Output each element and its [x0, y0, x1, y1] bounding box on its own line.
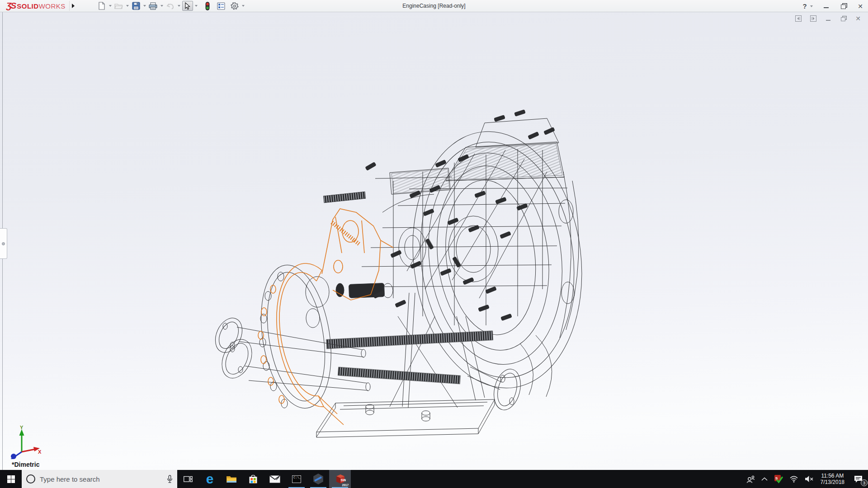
open-button[interactable]	[113, 1, 124, 11]
chevron-up-icon	[761, 477, 768, 481]
network-button[interactable]	[786, 470, 802, 488]
people-button[interactable]	[743, 470, 758, 488]
edge-icon: e	[206, 473, 214, 485]
undo-dropdown[interactable]	[177, 1, 181, 11]
new-document-dropdown[interactable]	[108, 1, 113, 11]
hexagon-app-icon	[313, 474, 324, 484]
undo-button[interactable]	[165, 1, 176, 11]
clock-time: 11:56 AM	[821, 473, 844, 479]
feature-panel-collapse-tab[interactable]	[0, 228, 7, 259]
task-view-icon	[184, 475, 193, 483]
taskbar-mail-button[interactable]	[264, 470, 286, 488]
engine-casing-wireframe	[210, 109, 596, 437]
start-button[interactable]	[0, 470, 22, 488]
quick-access-toolbar	[96, 1, 245, 11]
select-cursor-icon	[184, 2, 190, 10]
options-gear-icon	[231, 2, 239, 10]
view-orientation-label: *Dimetric	[12, 461, 39, 468]
new-document-button[interactable]	[96, 1, 107, 11]
action-center-button[interactable]: 3	[848, 470, 868, 488]
help-button[interactable]: ?	[801, 2, 809, 10]
solidworks-tray-icon: S	[774, 474, 783, 483]
save-icon	[132, 2, 140, 10]
rebuild-button[interactable]	[202, 1, 213, 11]
next-pane-icon	[810, 15, 816, 22]
wireframe-model[interactable]	[0, 12, 868, 470]
document-window-controls: ✕	[795, 15, 862, 22]
show-hidden-icons-button[interactable]	[758, 470, 771, 488]
next-pane-button[interactable]	[810, 15, 817, 22]
rebuild-traffic-light-icon	[205, 2, 210, 10]
save-dropdown[interactable]	[142, 1, 147, 11]
wifi-icon	[789, 475, 798, 483]
system-tray: S 11:56 AM 7/13/2018	[743, 470, 868, 488]
task-view-button[interactable]	[177, 470, 199, 488]
print-button[interactable]	[148, 1, 159, 11]
taskbar-edge-button[interactable]: e	[199, 470, 221, 488]
graphics-viewport[interactable]: ✕ Y X *Dimetric	[0, 12, 868, 470]
orientation-triad: Y X	[6, 425, 42, 459]
taskbar-search[interactable]	[22, 470, 177, 488]
solidworks-logo-mark: ƷS	[6, 1, 15, 11]
taskbar-file-explorer-button[interactable]	[221, 470, 242, 488]
taskbar-cmd-button[interactable]: C:\_	[286, 470, 307, 488]
store-icon	[249, 474, 258, 484]
menu-flyout-arrow[interactable]	[69, 1, 77, 11]
clock-date: 7/13/2018	[821, 479, 844, 485]
prev-pane-icon	[795, 15, 802, 22]
print-icon	[149, 2, 157, 10]
flyout-arrow-icon	[71, 3, 75, 9]
file-properties-button[interactable]	[216, 1, 226, 11]
solidworks-logo: ƷS SOLID WORKS	[0, 0, 69, 12]
speaker-muted-icon	[805, 475, 814, 483]
app-restore-button[interactable]	[839, 2, 847, 10]
help-dropdown[interactable]	[810, 5, 813, 7]
open-dropdown[interactable]	[125, 1, 130, 11]
save-button[interactable]	[131, 1, 142, 11]
svg-text:SW: SW	[341, 478, 346, 482]
app-close-button[interactable]: ✕	[856, 2, 864, 10]
open-icon	[114, 2, 123, 9]
solidworks-tray-button[interactable]: S	[771, 470, 786, 488]
taskbar-solidworks-button[interactable]: SW 2017	[329, 470, 351, 488]
print-dropdown[interactable]	[160, 1, 164, 11]
file-properties-icon	[217, 2, 225, 10]
triad-x-label: X	[38, 449, 42, 455]
prev-pane-button[interactable]	[795, 15, 802, 22]
app-minimize-button[interactable]	[822, 2, 830, 10]
command-prompt-icon: C:\_	[292, 475, 301, 483]
document-restore-button[interactable]	[840, 15, 847, 22]
windows-logo-icon	[7, 475, 15, 483]
title-bar: ƷS SOLID WORKS	[0, 0, 868, 12]
panel-tab-dot	[2, 242, 5, 245]
taskbar-hexagon-app-button[interactable]	[307, 470, 329, 488]
taskbar-clock[interactable]: 11:56 AM 7/13/2018	[817, 470, 848, 488]
options-dropdown[interactable]	[241, 1, 245, 11]
undo-icon	[166, 3, 175, 9]
triad-y-label: Y	[20, 425, 24, 430]
people-icon	[746, 475, 755, 483]
app-window-controls: ? ✕	[801, 0, 864, 12]
options-button[interactable]	[229, 1, 240, 11]
document-minimize-button[interactable]	[825, 15, 832, 22]
mail-icon	[269, 475, 280, 483]
file-explorer-icon	[226, 475, 237, 483]
select-tool-button[interactable]	[182, 1, 193, 11]
microphone-icon[interactable]	[167, 475, 173, 483]
solidworks-year-label: 2017	[342, 483, 349, 487]
select-tool-dropdown[interactable]	[194, 1, 198, 11]
volume-button[interactable]	[802, 470, 817, 488]
solidworks-window: ƷS SOLID WORKS	[0, 0, 868, 488]
search-input[interactable]	[40, 475, 162, 483]
notification-badge: 3	[861, 479, 868, 486]
cortana-icon	[26, 474, 35, 483]
document-close-button[interactable]: ✕	[854, 15, 862, 22]
new-document-icon	[98, 2, 105, 10]
selected-component-highlight[interactable]	[258, 209, 393, 425]
windows-taskbar: e C:\_	[0, 470, 868, 488]
taskbar-store-button[interactable]	[242, 470, 264, 488]
